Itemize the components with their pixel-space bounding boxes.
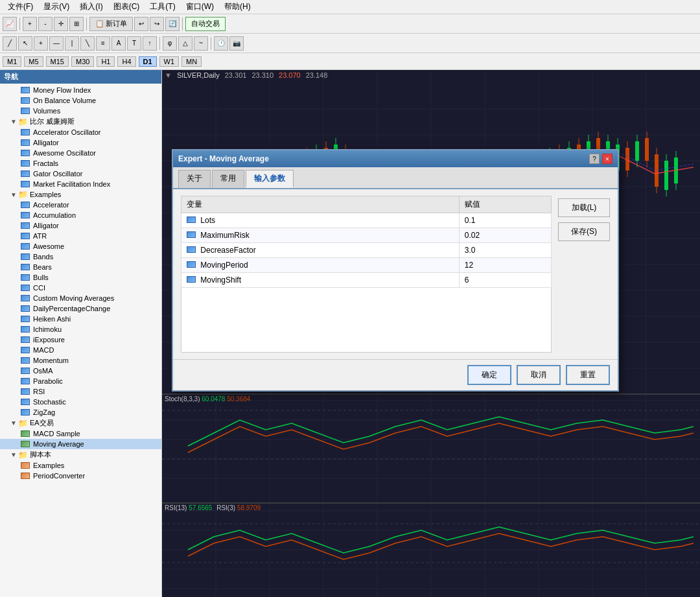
row-lots-value[interactable]: 0.1 bbox=[459, 213, 551, 228]
dialog-title-bar: Expert - Moving Average ? × bbox=[173, 150, 618, 167]
row-movingshift-value[interactable]: 6 bbox=[459, 273, 551, 288]
table-row[interactable]: MovingShift 6 bbox=[181, 273, 552, 288]
dialog-tabs: 关于 常用 输入参数 bbox=[173, 167, 618, 189]
tab-input-params[interactable]: 输入参数 bbox=[246, 170, 294, 188]
dialog-title: Expert - Moving Average bbox=[178, 154, 269, 163]
dialog-title-buttons: ? × bbox=[589, 154, 612, 164]
table-row[interactable]: Lots 0.1 bbox=[181, 213, 552, 228]
tab-common[interactable]: 常用 bbox=[212, 170, 244, 188]
row-movingshift-label: MovingShift bbox=[200, 275, 241, 285]
row-lots-label: Lots bbox=[200, 216, 215, 225]
table-row[interactable]: MaximumRisk 0.02 bbox=[181, 228, 552, 243]
table-empty-area bbox=[181, 288, 552, 353]
expert-dialog: Expert - Moving Average ? × 关于 常用 输入参数 变… bbox=[172, 149, 619, 392]
cancel-btn[interactable]: 取消 bbox=[517, 365, 561, 385]
load-btn[interactable]: 加载(L) bbox=[558, 198, 610, 217]
dialog-help-btn[interactable]: ? bbox=[589, 154, 600, 164]
row-decreasefactor-icon bbox=[187, 246, 196, 253]
dialog-table-container: 变量 赋值 Lots 0.1 bbox=[181, 196, 552, 353]
table-row[interactable]: MovingPeriod 12 bbox=[181, 258, 552, 273]
dialog-bottom-buttons: 确定 取消 重置 bbox=[173, 359, 618, 390]
row-movingperiod-name: MovingPeriod bbox=[181, 258, 460, 273]
dialog-overlay: Expert - Moving Average ? × 关于 常用 输入参数 变… bbox=[0, 0, 700, 597]
row-lots-icon bbox=[187, 217, 196, 223]
row-maxrisk-icon bbox=[187, 231, 196, 238]
row-lots-name: Lots bbox=[181, 213, 460, 228]
row-maxrisk-label: MaximumRisk bbox=[200, 231, 249, 240]
dialog-body: 变量 赋值 Lots 0.1 bbox=[173, 189, 618, 359]
col-variable: 变量 bbox=[181, 196, 460, 213]
row-movingshift-name: MovingShift bbox=[181, 273, 460, 288]
save-btn[interactable]: 保存(S) bbox=[558, 222, 610, 241]
row-movingperiod-value[interactable]: 12 bbox=[459, 258, 551, 273]
row-decreasefactor-value[interactable]: 3.0 bbox=[459, 243, 551, 258]
ok-btn[interactable]: 确定 bbox=[467, 365, 511, 385]
row-movingperiod-label: MovingPeriod bbox=[200, 261, 248, 270]
table-row[interactable]: DecreaseFactor 3.0 bbox=[181, 243, 552, 258]
dialog-right-buttons: 加载(L) 保存(S) bbox=[558, 196, 610, 353]
row-movingshift-icon bbox=[187, 276, 196, 283]
row-maxrisk-value[interactable]: 0.02 bbox=[459, 228, 551, 243]
reset-btn[interactable]: 重置 bbox=[566, 365, 610, 385]
col-value: 赋值 bbox=[459, 196, 551, 213]
row-decreasefactor-name: DecreaseFactor bbox=[181, 243, 460, 258]
dialog-close-btn[interactable]: × bbox=[602, 154, 612, 164]
params-table: 变量 赋值 Lots 0.1 bbox=[181, 196, 552, 288]
row-maxrisk-name: MaximumRisk bbox=[181, 228, 460, 243]
tab-about[interactable]: 关于 bbox=[178, 170, 211, 188]
row-decreasefactor-label: DecreaseFactor bbox=[200, 246, 255, 255]
row-movingperiod-icon bbox=[187, 261, 196, 268]
